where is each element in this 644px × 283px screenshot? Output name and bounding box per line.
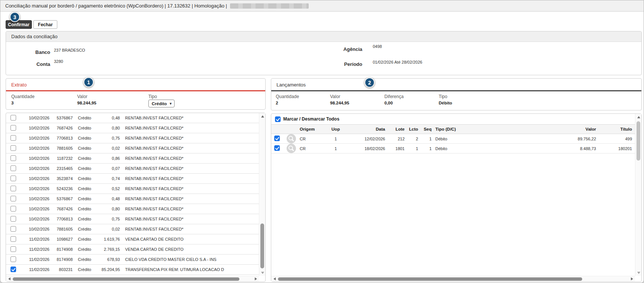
magnifier-icon[interactable]: [287, 134, 296, 143]
row-checkbox[interactable]: [10, 165, 16, 171]
step-badge-1: 1: [84, 77, 94, 87]
scroll-down-button[interactable]: [635, 270, 642, 276]
extrato-row: 11/02/20268174908Crédito2.769,15VENDA CA…: [6, 244, 259, 255]
row-date: 10/02/2026: [22, 126, 49, 130]
row-type: Crédito: [73, 237, 97, 241]
row-value: 0,07: [97, 166, 120, 171]
row-checkbox[interactable]: [10, 246, 16, 252]
scroll-up-button[interactable]: [635, 114, 642, 120]
row-checkbox[interactable]: [10, 256, 16, 262]
account-value: 3280: [54, 59, 63, 64]
magnifier-icon[interactable]: [287, 144, 296, 153]
row-checkbox[interactable]: [10, 135, 16, 141]
row-valor: 8.488,73: [477, 146, 596, 151]
row-document: 5243236: [49, 186, 73, 191]
scrollbar-thumb[interactable]: [13, 277, 239, 281]
row-checkbox[interactable]: [10, 115, 16, 121]
row-checkbox[interactable]: [10, 206, 16, 212]
row-value: 678,93: [97, 257, 120, 262]
lancamentos-vertical-scrollbar[interactable]: [635, 114, 641, 276]
row-checkbox[interactable]: [10, 145, 16, 151]
scroll-left-button[interactable]: [6, 276, 12, 282]
row-type: Crédito: [73, 267, 97, 272]
row-type: Crédito: [73, 247, 97, 252]
row-checkbox[interactable]: [274, 136, 280, 141]
row-value: 85.204,95: [97, 267, 120, 272]
confirm-button[interactable]: Confirmar: [6, 20, 32, 29]
row-value: 0,02: [97, 146, 120, 150]
row-value: 0,48: [97, 197, 120, 201]
extrato-type-selected: Crédito: [152, 101, 167, 106]
row-checkbox[interactable]: [10, 196, 16, 201]
agency-value: 0498: [373, 44, 382, 49]
row-data: 12/02/2026: [351, 137, 385, 141]
extrato-title: Extrato: [11, 82, 27, 88]
row-tipo: Débito: [432, 137, 477, 141]
lanc-qty-value: 2: [276, 101, 330, 105]
row-document: 8174908: [49, 257, 73, 262]
row-checkbox[interactable]: [10, 155, 16, 161]
lanc-diff-label: Diferença: [384, 94, 439, 99]
step-badge-3: 3: [10, 12, 20, 22]
extrato-rule: [6, 90, 265, 91]
row-document: 7706813: [49, 217, 73, 221]
extrato-row: 11/02/20268174908Crédito678,93CIELO VDA …: [6, 255, 259, 265]
lancamentos-horizontal-scrollbar[interactable]: [271, 276, 635, 282]
col-seq: Seq: [418, 127, 432, 131]
select-all-label: Marcar / Desmarcar Todos: [283, 116, 339, 122]
extrato-qty-label: Quantidade: [11, 94, 77, 99]
row-lote: 212: [385, 137, 405, 141]
row-type: Crédito: [73, 116, 97, 120]
row-value: 0,80: [97, 207, 120, 211]
scrollbar-thumb[interactable]: [637, 121, 640, 161]
scroll-right-button[interactable]: [629, 276, 635, 282]
row-date: 10/02/2026: [22, 166, 49, 171]
extrato-vertical-scrollbar[interactable]: [259, 113, 265, 276]
extrato-row: 10/02/20267881605Crédito0,02RENTAB.INVES…: [6, 143, 259, 153]
row-date: 11/02/2026: [22, 237, 49, 241]
extrato-type-select[interactable]: Crédito ▼: [148, 100, 175, 107]
scroll-left-button[interactable]: [271, 276, 278, 282]
row-document: 5376867: [49, 197, 73, 201]
row-description: RENTAB.INVEST FACILCRED*: [120, 217, 259, 221]
lancamentos-grid: Origem Uop Data Lote Lcto Seq Tipo (D/C)…: [271, 124, 635, 276]
row-description: RENTAB.INVEST FACILCRED*: [120, 197, 259, 201]
row-document: 7687426: [49, 207, 73, 211]
row-checkbox[interactable]: [10, 125, 16, 131]
extrato-row: 10/02/20265243236Crédito0,52RENTAB.INVES…: [6, 184, 259, 194]
lanc-value-label: Valor: [330, 94, 384, 99]
select-all-checkbox[interactable]: [275, 116, 281, 122]
extrato-horizontal-scrollbar[interactable]: [6, 276, 259, 282]
row-type: Crédito: [73, 166, 97, 171]
lancamentos-header-row: Origem Uop Data Lote Lcto Seq Tipo (D/C)…: [271, 124, 635, 134]
row-checkbox[interactable]: [10, 236, 16, 242]
lanc-type-label: Tipo: [439, 94, 493, 99]
scrollbar-thumb[interactable]: [278, 277, 582, 281]
row-date: 10/02/2026: [22, 116, 49, 120]
row-seq: 1: [418, 137, 432, 141]
row-checkbox[interactable]: [10, 176, 16, 181]
scroll-up-button[interactable]: [259, 113, 266, 119]
scroll-down-button[interactable]: [259, 270, 266, 276]
scrollbar-thumb[interactable]: [260, 223, 264, 268]
row-type: Crédito: [73, 207, 97, 211]
scroll-right-button[interactable]: [253, 276, 259, 282]
row-value: 0,74: [97, 176, 120, 181]
lancamentos-table-panel: Marcar / Desmarcar Todos Origem Uop Data…: [271, 113, 642, 282]
row-document: 803231: [49, 267, 73, 272]
extrato-summary-panel: Extrato Quantidade 3 Valor 98.244,95 Tip…: [6, 78, 266, 110]
col-lote: Lote: [385, 127, 405, 131]
row-checkbox[interactable]: [10, 186, 16, 191]
extrato-row: 10/02/20267881605Crédito0,02RENTAB.INVES…: [6, 224, 259, 234]
row-checkbox[interactable]: [10, 226, 16, 232]
row-date: 11/02/2026: [22, 247, 49, 252]
row-value: 0,80: [97, 126, 120, 130]
col-valor: Valor: [477, 127, 596, 131]
row-checkbox[interactable]: [10, 216, 16, 222]
extrato-row: 11/02/20261098627Crédito1.619,76VENDA CA…: [6, 234, 259, 244]
row-checkbox[interactable]: [274, 145, 280, 151]
agency-label: Agência: [332, 46, 362, 52]
close-button[interactable]: Fechar: [33, 20, 57, 29]
row-checkbox[interactable]: [10, 267, 16, 272]
row-description: RENTAB.INVEST FACILCRED*: [120, 146, 259, 150]
